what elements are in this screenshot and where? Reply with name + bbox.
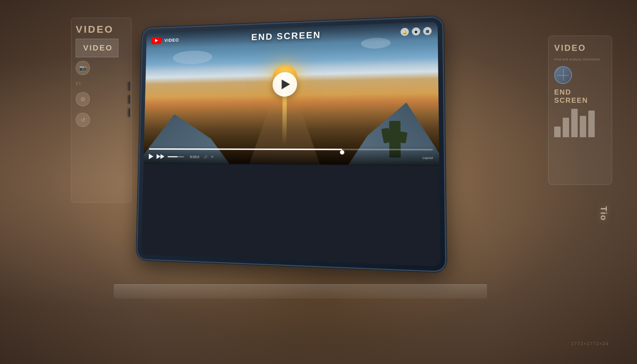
bar-2 (563, 118, 569, 137)
globe-icon (554, 66, 572, 84)
volume-fill (168, 156, 178, 157)
header-end-screen-text: END SCREEN (182, 27, 397, 45)
layout-label: Layout (423, 156, 433, 160)
video-area: VIDEO END SCREEN 🔔 ◆ ▦ (144, 22, 439, 165)
volume-icon-sm: 🔊 (204, 155, 208, 159)
tablet-screen: VIDEO END SCREEN 🔔 ◆ ▦ (141, 22, 440, 267)
play-triangle-icon (282, 79, 290, 89)
youtube-play-triangle (155, 39, 158, 42)
time-display: 9:03:0 (190, 155, 199, 159)
play-control[interactable] (149, 154, 154, 159)
grid-icon[interactable]: ▦ (423, 27, 432, 35)
youtube-icon (151, 37, 161, 44)
side-button-1 (129, 82, 130, 91)
camera-icon: 📷 (76, 61, 90, 75)
left-video-box: VIDEO (76, 39, 118, 57)
left-icons-container: 📷 ET. ⚙ ↺ (76, 61, 127, 127)
side-button-3 (129, 108, 130, 117)
right-video-label: VIDEO (554, 43, 606, 53)
progress-bar-container[interactable] (149, 148, 433, 150)
header-video-text: VIDEO (164, 37, 179, 43)
left-small-text: ET. (76, 81, 127, 86)
progress-bar-fill (149, 148, 342, 150)
right-glass-panel: VIDEO Find and analyze information END S… (548, 36, 612, 185)
volume-bar[interactable] (168, 156, 184, 157)
play-button[interactable] (273, 72, 297, 97)
video-controls: 9:03:0 🔊 ⚙ Layout (144, 146, 439, 166)
left-top-label: VIDEO (76, 24, 127, 35)
bar-chart (554, 109, 606, 137)
play-control-icon (149, 154, 154, 159)
bell-icon[interactable]: 🔔 (401, 28, 409, 36)
tablet-device: VIDEO END SCREEN 🔔 ◆ ▦ (137, 17, 445, 271)
bar-5 (588, 111, 595, 137)
tablet-container: VIDEO END SCREEN 🔔 ◆ ▦ (132, 11, 451, 302)
dimension-watermark: 1772×1772×24 (571, 341, 609, 346)
skip-control[interactable] (156, 154, 164, 159)
cloud-left (173, 50, 212, 64)
header-icons: 🔔 ◆ ▦ (401, 27, 432, 36)
video-header: VIDEO END SCREEN 🔔 ◆ ▦ (146, 22, 438, 49)
left-glass-panel: VIDEO VIDEO 📷 ET. ⚙ ↺ (71, 18, 132, 203)
video-bottom-bar: End Video and Other End Screen @ Thitro … (141, 164, 440, 266)
settings-icon-sm: ⚙ (211, 155, 214, 159)
controls-row: 9:03:0 🔊 ⚙ Layout (149, 154, 433, 161)
right-subtitle: Find and analyze information (554, 57, 606, 62)
bar-1 (554, 127, 561, 137)
side-button-2 (129, 95, 130, 104)
tio-vertical-text: Tio (599, 206, 609, 221)
right-end-screen-label: END SCREEN (554, 88, 606, 105)
bar-4 (580, 116, 586, 137)
diamond-icon[interactable]: ◆ (412, 27, 421, 36)
progress-dot (340, 150, 344, 154)
tablet-side-buttons (129, 82, 130, 117)
bar-3 (571, 109, 578, 137)
refresh-icon: ↺ (76, 113, 90, 127)
settings-icon: ⚙ (76, 92, 90, 106)
glass-shelf (114, 284, 487, 299)
